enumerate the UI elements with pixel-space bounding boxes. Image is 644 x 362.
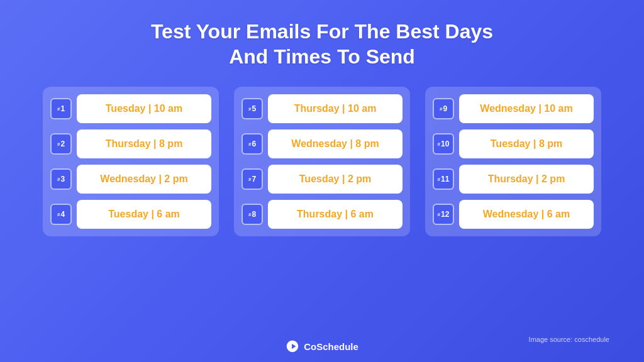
list-item: #2Thursday | 8 pm (50, 129, 211, 158)
list-item: #11Thursday | 2 pm (433, 165, 594, 194)
time-label: Thursday | 2 pm (459, 165, 594, 194)
column-1: #1Tuesday | 10 am#2Thursday | 8 pm#3Wedn… (43, 87, 219, 236)
column-3: #9Wednesday | 10 am#10Tuesday | 8 pm#11T… (425, 87, 601, 236)
time-label: Thursday | 6 am (268, 200, 402, 229)
list-item: #1Tuesday | 10 am (50, 94, 211, 123)
rank-badge: #2 (50, 133, 72, 155)
time-label: Tuesday | 10 am (77, 94, 211, 123)
brand: CoSchedule (286, 339, 358, 353)
list-item: #6Wednesday | 8 pm (242, 129, 402, 158)
rank-badge: #1 (50, 98, 72, 119)
column-2: #5Thursday | 10 am#6Wednesday | 8 pm#7Tu… (234, 87, 410, 236)
time-label: Wednesday | 6 am (459, 200, 594, 229)
rank-badge: #9 (433, 98, 454, 119)
footer: CoSchedule Image source: coschedule (0, 339, 644, 353)
time-label: Tuesday | 2 pm (268, 165, 402, 194)
rank-badge: #8 (242, 204, 263, 225)
rank-badge: #7 (242, 168, 263, 190)
rank-badge: #6 (242, 133, 263, 155)
time-label: Tuesday | 8 pm (459, 129, 594, 158)
page-title: Test Your Emails For The Best Days And T… (151, 19, 493, 69)
list-item: #3Wednesday | 2 pm (50, 165, 211, 194)
time-label: Wednesday | 10 am (459, 94, 594, 123)
rank-badge: #3 (50, 168, 72, 190)
time-label: Wednesday | 8 pm (268, 129, 402, 158)
rank-badge: #12 (433, 204, 454, 225)
time-label: Thursday | 8 pm (77, 129, 211, 158)
time-label: Tuesday | 6 am (77, 200, 211, 229)
time-label: Thursday | 10 am (268, 94, 402, 123)
list-item: #9Wednesday | 10 am (433, 94, 594, 123)
list-item: #10Tuesday | 8 pm (433, 129, 594, 158)
list-item: #5Thursday | 10 am (242, 94, 402, 123)
list-item: #12Wednesday | 6 am (433, 200, 594, 229)
time-label: Wednesday | 2 pm (77, 165, 211, 194)
image-source-text: Image source: coschedule (529, 336, 609, 343)
list-item: #4Tuesday | 6 am (50, 200, 211, 229)
brand-name: CoSchedule (304, 341, 358, 352)
rank-badge: #4 (50, 204, 72, 225)
main-container: Test Your Emails For The Best Days And T… (0, 0, 644, 362)
grid-container: #1Tuesday | 10 am#2Thursday | 8 pm#3Wedn… (31, 87, 613, 236)
brand-logo-icon (286, 339, 299, 353)
rank-badge: #11 (433, 168, 454, 190)
list-item: #8Thursday | 6 am (242, 200, 402, 229)
rank-badge: #10 (433, 133, 454, 155)
list-item: #7Tuesday | 2 pm (242, 165, 402, 194)
rank-badge: #5 (242, 98, 263, 119)
